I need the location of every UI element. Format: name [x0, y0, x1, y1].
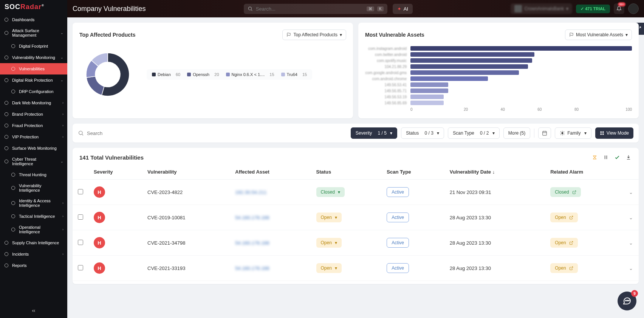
- sidebar-item-incidents[interactable]: Incidents›: [0, 248, 67, 260]
- global-search[interactable]: ⌘ K: [244, 4, 387, 14]
- cve-id[interactable]: CVE-2021-33193: [142, 256, 230, 281]
- chevron-down-icon: ▾: [625, 32, 628, 37]
- row-checkbox[interactable]: [78, 214, 83, 220]
- legend-item[interactable]: Tru64 15: [281, 72, 307, 77]
- download-icon[interactable]: [625, 154, 632, 161]
- sidebar-item-dark-web-monitoring[interactable]: Dark Web Monitoring›: [0, 97, 67, 109]
- sidebar-item-dashboards[interactable]: Dashboards: [0, 14, 67, 25]
- chevron-down-icon: ▾: [340, 32, 342, 37]
- alarm-pill[interactable]: Open: [550, 213, 577, 222]
- card2-selector[interactable]: Most Vulnerable Assets ▾: [565, 29, 632, 40]
- collapse-sidebar-button[interactable]: [0, 304, 67, 318]
- bar-fill[interactable]: [410, 82, 448, 87]
- row-checkbox[interactable]: [78, 240, 83, 245]
- table-header[interactable]: [73, 164, 88, 180]
- bar-fill[interactable]: [410, 58, 532, 63]
- sidebar-item-vip-protection[interactable]: VIP Protection›: [0, 131, 67, 143]
- sidebar-item-operational-intelligence[interactable]: Operational Intelligence›: [0, 222, 67, 237]
- filter-severity[interactable]: Severity 1 / 5 ▾: [351, 127, 397, 139]
- filter-scantype[interactable]: Scan Type 0 / 2 ▾: [448, 127, 500, 139]
- legend-item[interactable]: Nginx 0.6.X < 1.... 15: [226, 72, 274, 77]
- table-header[interactable]: Scan Type: [381, 164, 444, 180]
- table-header[interactable]: Vulnerability: [142, 164, 230, 180]
- sidebar-item-vulnerabilities[interactable]: Vulnerabilities: [0, 63, 67, 74]
- cve-id[interactable]: CVE-2019-10081: [142, 205, 230, 230]
- affected-asset[interactable]: 54.160.178.166: [235, 240, 269, 246]
- bar-fill[interactable]: [410, 101, 444, 105]
- status-pill[interactable]: Open ▾: [316, 263, 342, 273]
- notifications-button[interactable]: 99+: [614, 3, 624, 14]
- pause-icon[interactable]: [602, 154, 609, 161]
- table-header[interactable]: Status: [311, 164, 382, 180]
- sidebar-item-vulnerability-monitoring[interactable]: Vulnerability Monitoring⌄: [0, 52, 67, 63]
- alarm-pill[interactable]: Open: [550, 238, 577, 248]
- expand-row-button[interactable]: ⌄: [629, 189, 633, 195]
- status-pill[interactable]: Open ▾: [316, 238, 342, 248]
- pending-icon[interactable]: ⧖: [591, 154, 598, 161]
- logo[interactable]: SOCRadar®: [0, 0, 67, 14]
- sidebar-item-identity-access-intelligence[interactable]: Identity & Access Intelligence›: [0, 195, 67, 211]
- table-header[interactable]: Affected Asset: [230, 164, 311, 180]
- external-link-icon: [572, 190, 576, 194]
- status-pill[interactable]: Open ▾: [316, 213, 342, 222]
- row-checkbox[interactable]: [78, 189, 83, 194]
- expand-row-button[interactable]: ⌄: [629, 240, 633, 246]
- chevron-down-icon: ▾: [335, 265, 337, 271]
- sidebar-item-reports[interactable]: Reports: [0, 260, 67, 271]
- bar-fill[interactable]: [410, 52, 534, 57]
- sidebar-item-supply-chain-intelligence[interactable]: Supply Chain Intelligence: [0, 237, 67, 248]
- status-pill[interactable]: Closed ▾: [316, 187, 345, 197]
- table-header[interactable]: [624, 164, 639, 180]
- alarm-pill[interactable]: Open: [550, 263, 577, 273]
- bar-fill[interactable]: [410, 46, 632, 51]
- sidebar-item-digital-footprint[interactable]: Digital Footprint: [0, 40, 67, 52]
- filter-date[interactable]: [538, 127, 551, 139]
- sidebar-item-digital-risk-protection[interactable]: Digital Risk Protection⌄: [0, 74, 67, 86]
- sidebar-item-brand-protection[interactable]: Brand Protection›: [0, 109, 67, 120]
- bar-fill[interactable]: [410, 64, 528, 69]
- trial-badge[interactable]: ✓ 471 TRIAL: [576, 5, 610, 13]
- sidebar-item-label: Vulnerabilities: [19, 67, 45, 71]
- row-checkbox[interactable]: [78, 265, 83, 270]
- user-avatar[interactable]: [628, 3, 639, 14]
- table-header[interactable]: Severity: [88, 164, 142, 180]
- sidebar-item-vulnerability-intelligence[interactable]: Vulnerability Intelligence: [0, 180, 67, 195]
- cve-id[interactable]: CVE-2023-4822: [142, 180, 230, 205]
- bar-fill[interactable]: [410, 70, 519, 75]
- affected-asset[interactable]: 54.160.178.166: [235, 265, 269, 271]
- check-icon[interactable]: [614, 154, 621, 161]
- legend-item[interactable]: Openssh 20: [187, 72, 219, 77]
- table-header[interactable]: Vulnerability Date ↓: [444, 164, 545, 180]
- global-search-input[interactable]: [256, 6, 364, 12]
- sidebar-item-cyber-threat-intelligence[interactable]: Cyber Threat Intelligence⌄: [0, 154, 67, 169]
- legend-item[interactable]: Debian 60: [152, 72, 180, 77]
- expand-row-button[interactable]: ⌄: [629, 265, 633, 271]
- chevron-icon: ⌄: [60, 78, 63, 82]
- help-fab[interactable]: 9: [618, 292, 636, 310]
- affected-asset[interactable]: 54.160.178.166: [235, 215, 269, 220]
- alarm-pill[interactable]: Closed: [550, 187, 581, 197]
- bar-fill[interactable]: [410, 76, 488, 81]
- sidebar-item-fraud-protection[interactable]: Fraud Protection›: [0, 120, 67, 131]
- account-selector[interactable]: CrownAnimalsBank ▾: [511, 3, 572, 14]
- expand-row-button[interactable]: ⌄: [629, 215, 633, 220]
- filter-more[interactable]: More (5): [503, 127, 530, 139]
- affected-asset[interactable]: 192.30.54.211: [235, 189, 266, 195]
- filter-status[interactable]: Status 0 / 3 ▾: [401, 127, 444, 139]
- card1-selector[interactable]: Top Affected Products ▾: [282, 29, 346, 40]
- cve-id[interactable]: CVE-2021-34798: [142, 230, 230, 256]
- svg-point-2: [11, 44, 15, 48]
- sidebar-item-attack-surface-management[interactable]: Attack Surface Management⌄: [0, 25, 67, 40]
- sidebar-item-threat-hunting[interactable]: Threat Hunting: [0, 169, 67, 180]
- table-search-input[interactable]: [87, 130, 347, 136]
- sidebar-item-tactical-intelligence[interactable]: Tactical Intelligence›: [0, 211, 67, 222]
- bar-fill[interactable]: [410, 95, 444, 99]
- ai-button[interactable]: ✦AI: [393, 4, 413, 14]
- sidebar-item-drp-configuration[interactable]: DRP Configuration: [0, 86, 67, 97]
- table-header[interactable]: Related Alarm: [545, 164, 624, 180]
- view-mode-button[interactable]: View Mode: [595, 127, 633, 139]
- filter-family[interactable]: Family ▾: [555, 127, 591, 139]
- bar-fill[interactable]: [410, 88, 448, 93]
- card2-selector-label: Most Vulnerable Assets: [576, 32, 623, 37]
- sidebar-item-surface-web-monitoring[interactable]: Surface Web Monitoring: [0, 143, 67, 154]
